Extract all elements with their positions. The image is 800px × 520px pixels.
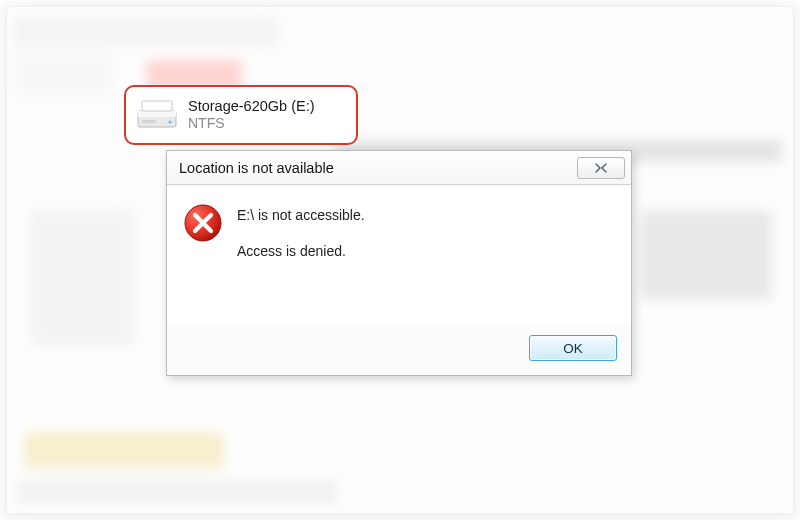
error-dialog: Location is not available [166, 150, 632, 376]
dialog-titlebar[interactable]: Location is not available [167, 151, 631, 185]
svg-rect-2 [142, 101, 172, 111]
ok-button-label: OK [563, 341, 583, 356]
dialog-title: Location is not available [179, 160, 334, 176]
close-icon [594, 159, 608, 177]
message-line-2: Access is denied. [237, 243, 365, 259]
drive-item[interactable]: Storage-620Gb (E:) NTFS [124, 85, 358, 145]
drive-text-group: Storage-620Gb (E:) NTFS [188, 98, 315, 132]
svg-point-3 [168, 120, 171, 123]
message-line-1: E:\ is not accessible. [237, 207, 365, 223]
svg-rect-1 [138, 111, 176, 117]
dialog-footer: OK [167, 325, 631, 375]
ok-button[interactable]: OK [529, 335, 617, 361]
dialog-body: E:\ is not accessible. Access is denied. [167, 185, 631, 325]
close-button[interactable] [577, 157, 625, 179]
svg-rect-4 [142, 120, 156, 123]
message-group: E:\ is not accessible. Access is denied. [237, 203, 365, 301]
error-icon [183, 203, 223, 243]
drive-filesystem-label: NTFS [188, 115, 315, 132]
drive-name-label: Storage-620Gb (E:) [188, 98, 315, 115]
hard-drive-icon [136, 97, 178, 133]
